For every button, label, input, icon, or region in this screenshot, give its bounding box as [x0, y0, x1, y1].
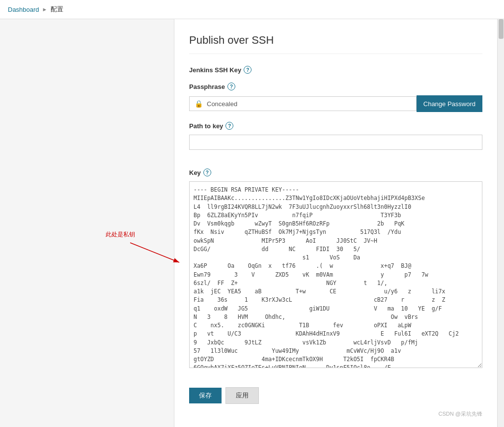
- apply-button[interactable]: 应用: [225, 387, 259, 404]
- bottom-buttons: 保存 应用: [189, 387, 482, 404]
- passphrase-display: Concealed: [207, 100, 237, 108]
- passphrase-input-wrap: 🔒 Concealed: [189, 96, 417, 111]
- ssh-key-section: Jenkins SSH Key ?: [189, 66, 482, 74]
- key-label: Key ?: [189, 169, 482, 176]
- path-to-key-input[interactable]: [189, 135, 482, 150]
- passphrase-help-icon[interactable]: ?: [227, 83, 235, 90]
- topbar: Dashboard ► 配置: [0, 0, 504, 19]
- watermark: CSDN @采坑先锋: [439, 410, 482, 418]
- key-section: Key ? 此处是私钥 ---- BEGIN RSA PRIVATE KEY--…: [189, 169, 482, 378]
- passphrase-row: 🔒 Concealed Change Password: [189, 95, 482, 112]
- breadcrumb-arrow: ►: [42, 6, 48, 12]
- main-layout: Publish over SSH Jenkins SSH Key ? Passp…: [0, 19, 504, 427]
- lock-icon: 🔒: [195, 100, 203, 108]
- path-to-key-section: Path to key ?: [189, 122, 482, 160]
- key-help-icon[interactable]: ?: [203, 169, 211, 176]
- path-to-key-label: Path to key ?: [189, 122, 482, 130]
- sidebar: [0, 19, 174, 427]
- key-textarea[interactable]: ---- BEGIN RSA PRIVATE KEY----- MIIEpAIB…: [189, 181, 482, 368]
- scrollbar-thumb[interactable]: [499, 19, 504, 39]
- page-title: Publish over SSH: [189, 34, 482, 54]
- dashboard-link[interactable]: Dashboard: [8, 6, 39, 13]
- passphrase-section: Passphrase ? 🔒 Concealed Change Password: [189, 83, 482, 112]
- main-content: Publish over SSH Jenkins SSH Key ? Passp…: [174, 19, 497, 427]
- ssh-key-label: Jenkins SSH Key ?: [189, 66, 482, 74]
- path-to-key-help-icon[interactable]: ?: [225, 122, 233, 130]
- change-password-button[interactable]: Change Password: [417, 95, 482, 112]
- passphrase-label: Passphrase ?: [189, 83, 482, 90]
- annotation-wrapper: 此处是私钥 ---- BEGIN RSA PRIVATE KEY----- MI…: [189, 181, 482, 378]
- breadcrumb-current: 配置: [51, 5, 63, 14]
- save-button[interactable]: 保存: [189, 388, 222, 403]
- scrollbar[interactable]: [497, 19, 504, 427]
- ssh-key-help-icon[interactable]: ?: [244, 66, 252, 74]
